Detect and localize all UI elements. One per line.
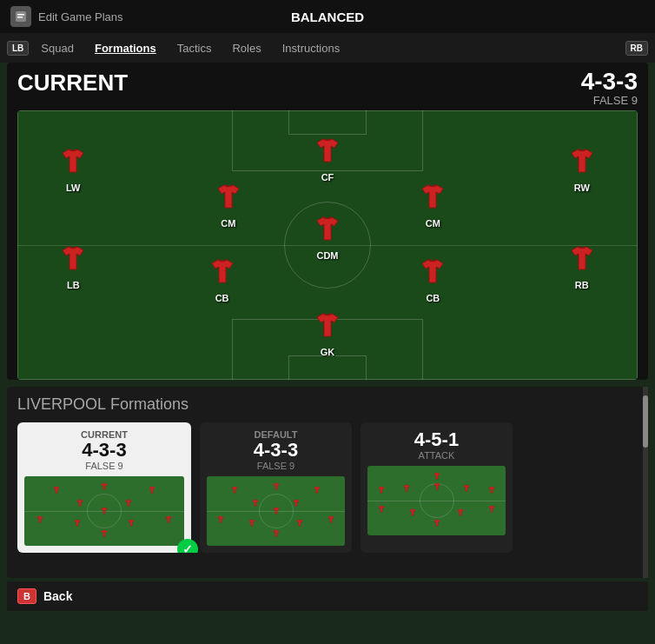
player-rw: RW	[566, 146, 598, 193]
player-cb1: CB	[207, 256, 238, 303]
mini-player-3	[76, 499, 84, 508]
player-lw: LW	[57, 146, 89, 193]
nav-squad[interactable]: Squad	[32, 38, 83, 58]
shirt-cm2	[417, 182, 448, 216]
edit-game-plans-label: Edit Game Plans	[38, 10, 123, 23]
shirt-lb	[57, 243, 89, 278]
mini-pitch-alt-451	[367, 466, 506, 535]
check-badge: ✓	[177, 539, 198, 553]
mini-player-9	[164, 515, 173, 524]
shirt-gk	[312, 310, 343, 345]
card-formation-alt-451: 4-5-1	[367, 429, 506, 450]
club-name: LIVERPOOL	[17, 395, 106, 413]
player-cm1: CM	[213, 182, 244, 229]
shirt-lw	[57, 146, 89, 181]
back-bar: B Back	[7, 581, 648, 611]
mini-player-4	[292, 499, 301, 508]
player-lb: LB	[57, 243, 89, 290]
nav-bar: LB Squad Formations Tactics Roles Instru…	[0, 33, 655, 63]
mini-player-6	[216, 515, 225, 524]
nav-formations[interactable]: Formations	[86, 38, 165, 58]
shirt-rw	[566, 146, 598, 181]
back-label: Back	[43, 589, 72, 603]
player-cm2: CM	[417, 182, 448, 229]
mini-player-7	[248, 519, 256, 528]
mode-label: BALANCED	[291, 10, 364, 24]
scrollbar[interactable]	[643, 387, 648, 578]
shirt-cf	[312, 136, 343, 170]
current-header: CURRENT 4-3-3 FALSE 9	[7, 63, 648, 110]
pitch: LW CF RW CM CM	[17, 110, 638, 380]
player-label-cdm: CDM	[316, 250, 338, 261]
mini-player-2	[148, 486, 156, 495]
player-cb2: CB	[417, 256, 448, 303]
mini-player-7	[73, 519, 82, 528]
mini-player-10	[433, 519, 441, 528]
shirt-cm1	[213, 182, 244, 216]
goal-box-bottom	[288, 355, 367, 380]
mini-player-3	[433, 482, 441, 491]
player-label-lb: LB	[67, 280, 80, 290]
mini-player-1	[100, 482, 109, 491]
goal-box-top	[288, 110, 367, 135]
mini-player-4	[462, 484, 471, 493]
player-rb: RB	[566, 243, 598, 290]
svg-rect-1	[17, 14, 24, 16]
shirt-cdm	[312, 214, 343, 249]
card-sub-default-433: FALSE 9	[207, 461, 345, 471]
header: Edit Game Plans BALANCED	[0, 0, 655, 33]
shirt-rb	[566, 243, 598, 278]
mini-player-1	[377, 486, 386, 495]
formation-card-alt-451[interactable]: 4-5-1 ATTACK	[361, 422, 513, 553]
mini-player-10	[272, 529, 281, 538]
mini-pitch-current-433	[24, 476, 184, 546]
card-formation-current-433: 4-3-3	[24, 440, 184, 461]
mini-player-8	[456, 508, 465, 517]
mini-player-9	[487, 505, 496, 514]
formation-label: 4-3-3 FALSE 9	[581, 70, 638, 107]
mini-player-5	[100, 507, 109, 515]
player-cdm: CDM	[312, 214, 343, 261]
lb-badge[interactable]: LB	[7, 41, 29, 56]
mini-player-3	[251, 499, 260, 508]
mini-player-10	[100, 529, 109, 538]
mini-player-0	[433, 472, 441, 481]
formations-section: LIVERPOOL Formations CURRENT 4-3-3 FALSE…	[7, 387, 648, 578]
formation-card-default-433[interactable]: DEFAULT 4-3-3 FALSE 9	[200, 422, 352, 553]
mini-player-0	[230, 486, 239, 495]
card-formation-default-433: 4-3-3	[207, 440, 345, 461]
current-label: CURRENT	[17, 70, 128, 96]
mini-player-2	[313, 486, 321, 495]
card-sub-current-433: FALSE 9	[24, 461, 184, 471]
mini-player-5	[487, 486, 496, 495]
mini-player-5	[272, 507, 281, 515]
player-label-lw: LW	[66, 183, 81, 193]
card-sub-alt-451: ATTACK	[367, 450, 506, 461]
nav-roles[interactable]: Roles	[223, 38, 269, 58]
formation-card-current-433[interactable]: CURRENT 4-3-3 FALSE 9	[17, 422, 191, 553]
player-label-gk: GK	[321, 347, 335, 357]
svg-rect-2	[17, 17, 23, 18]
nav-instructions[interactable]: Instructions	[274, 38, 348, 58]
rb-badge[interactable]: RB	[625, 41, 648, 56]
player-gk: GK	[312, 310, 343, 357]
player-label-cb1: CB	[215, 293, 229, 303]
mini-player-1	[272, 482, 281, 491]
mini-player-9	[327, 515, 335, 524]
mini-pitch-default-433	[207, 476, 345, 546]
player-label-rw: RW	[574, 183, 590, 193]
formation-sub: FALSE 9	[581, 94, 638, 107]
mini-player-2	[402, 484, 411, 493]
mini-player-7	[408, 508, 417, 517]
mini-player-0	[52, 486, 61, 495]
scrollbar-thumb	[643, 395, 648, 448]
shirt-cb2	[417, 256, 448, 291]
player-label-cb2: CB	[426, 293, 440, 303]
back-button-badge[interactable]: B	[17, 588, 36, 604]
game-plan-icon	[10, 6, 31, 27]
player-cf: CF	[312, 136, 343, 183]
shirt-cb1	[207, 256, 238, 291]
player-label-cf: CF	[321, 172, 334, 183]
player-label-cm1: CM	[221, 218, 235, 229]
nav-tactics[interactable]: Tactics	[169, 38, 221, 58]
